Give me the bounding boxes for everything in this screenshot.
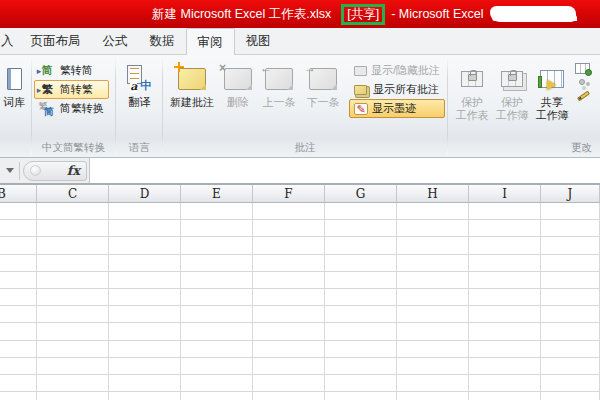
column-header-I[interactable]: I bbox=[469, 185, 541, 203]
share-workbook-button[interactable]: 共享 工作簿 bbox=[532, 58, 572, 123]
translate-button[interactable]: a中 翻译 bbox=[124, 58, 154, 110]
allow-edit-ranges-icon[interactable] bbox=[579, 79, 585, 85]
grid-cell[interactable] bbox=[253, 203, 325, 219]
grid-cell[interactable] bbox=[181, 375, 253, 391]
column-header-E[interactable]: E bbox=[181, 185, 253, 203]
grid-cell[interactable] bbox=[253, 237, 325, 253]
new-comment-button[interactable]: 新建批注 bbox=[165, 58, 219, 110]
grid-cell[interactable] bbox=[0, 375, 37, 391]
grid-cell[interactable] bbox=[469, 323, 541, 339]
trad-to-simp-button[interactable]: ▸简 繁转简 bbox=[34, 61, 109, 80]
grid-cell[interactable] bbox=[37, 272, 109, 288]
grid-cell[interactable] bbox=[181, 323, 253, 339]
grid-cell[interactable] bbox=[181, 203, 253, 219]
grid-cell[interactable] bbox=[469, 203, 541, 219]
grid-cell[interactable] bbox=[0, 306, 37, 322]
grid-cell[interactable] bbox=[541, 323, 600, 339]
grid-cell[interactable] bbox=[253, 375, 325, 391]
protect-workbook-button[interactable]: 保护 工作簿 bbox=[492, 58, 532, 123]
grid-cell[interactable] bbox=[37, 306, 109, 322]
column-header-H[interactable]: H bbox=[397, 185, 469, 203]
grid-cell[interactable] bbox=[0, 289, 37, 305]
column-header-B[interactable]: B bbox=[0, 185, 37, 203]
tab-data[interactable]: 数据 bbox=[139, 28, 186, 54]
column-header-C[interactable]: C bbox=[37, 185, 109, 203]
grid-cell[interactable] bbox=[325, 272, 397, 288]
track-changes-icon[interactable] bbox=[577, 91, 590, 102]
grid-cell[interactable] bbox=[541, 375, 600, 391]
grid-cell[interactable] bbox=[0, 392, 37, 400]
grid-cell[interactable] bbox=[37, 255, 109, 271]
grid-cell[interactable] bbox=[397, 341, 469, 357]
grid-cell[interactable] bbox=[397, 306, 469, 322]
grid-cell[interactable] bbox=[253, 289, 325, 305]
column-header-J[interactable]: J bbox=[541, 185, 600, 203]
grid-cell[interactable] bbox=[397, 323, 469, 339]
grid-cell[interactable] bbox=[325, 375, 397, 391]
grid-cell[interactable] bbox=[469, 375, 541, 391]
grid-cell[interactable] bbox=[469, 392, 541, 400]
grid-cell[interactable] bbox=[397, 392, 469, 400]
grid-cell[interactable] bbox=[325, 392, 397, 400]
grid-cell[interactable] bbox=[109, 203, 181, 219]
tab-page-layout[interactable]: 页面布局 bbox=[20, 28, 92, 54]
grid-cell[interactable] bbox=[469, 358, 541, 374]
grid-cell[interactable] bbox=[253, 272, 325, 288]
grid-cell[interactable] bbox=[109, 358, 181, 374]
column-header-D[interactable]: D bbox=[109, 185, 181, 203]
tab-view[interactable]: 视图 bbox=[235, 28, 282, 54]
grid-cell[interactable] bbox=[109, 255, 181, 271]
grid-cell[interactable] bbox=[37, 392, 109, 400]
tab-insert-partial[interactable]: 入 bbox=[0, 28, 20, 54]
column-header-G[interactable]: G bbox=[325, 185, 397, 203]
grid-cell[interactable] bbox=[325, 323, 397, 339]
grid-cell[interactable] bbox=[325, 358, 397, 374]
grid-cell[interactable] bbox=[397, 289, 469, 305]
grid-cell[interactable] bbox=[469, 341, 541, 357]
grid-cell[interactable] bbox=[541, 289, 600, 305]
grid-cell[interactable] bbox=[397, 203, 469, 219]
grid-cell[interactable] bbox=[181, 289, 253, 305]
grid-cell[interactable] bbox=[253, 358, 325, 374]
grid-cell[interactable] bbox=[325, 255, 397, 271]
tab-formulas[interactable]: 公式 bbox=[92, 28, 139, 54]
grid-cell[interactable] bbox=[37, 375, 109, 391]
grid-cell[interactable] bbox=[253, 392, 325, 400]
name-box-dropdown-icon[interactable] bbox=[6, 168, 14, 173]
grid-cell[interactable] bbox=[0, 323, 37, 339]
grid-cell[interactable] bbox=[37, 323, 109, 339]
grid-cell[interactable] bbox=[541, 272, 600, 288]
grid-cell[interactable] bbox=[37, 220, 109, 236]
show-ink-button[interactable]: ✎ 显示墨迹 bbox=[349, 99, 445, 118]
grid-cell[interactable] bbox=[253, 306, 325, 322]
thesaurus-button[interactable]: 词库 bbox=[0, 58, 28, 110]
previous-comment-button[interactable]: ← 上一条 bbox=[257, 58, 301, 110]
grid-cell[interactable] bbox=[325, 306, 397, 322]
grid-cell[interactable] bbox=[0, 220, 37, 236]
grid-cell[interactable] bbox=[325, 220, 397, 236]
grid-cell[interactable] bbox=[541, 203, 600, 219]
grid-cell[interactable] bbox=[0, 358, 37, 374]
grid-cell[interactable] bbox=[253, 255, 325, 271]
grid-cell[interactable] bbox=[541, 237, 600, 253]
grid-cell[interactable] bbox=[0, 272, 37, 288]
grid-cell[interactable] bbox=[109, 237, 181, 253]
grid-cell[interactable] bbox=[541, 306, 600, 322]
grid-cell[interactable] bbox=[325, 203, 397, 219]
protect-sheet-button[interactable]: 保护 工作表 bbox=[452, 58, 492, 123]
grid-cell[interactable] bbox=[181, 341, 253, 357]
delete-comment-button[interactable]: × 删除 bbox=[219, 58, 257, 110]
grid-cell[interactable] bbox=[181, 220, 253, 236]
grid-cell[interactable] bbox=[181, 358, 253, 374]
next-comment-button[interactable]: → 下一条 bbox=[301, 58, 345, 110]
grid-cell[interactable] bbox=[325, 289, 397, 305]
column-header-F[interactable]: F bbox=[253, 185, 325, 203]
grid-cell[interactable] bbox=[469, 306, 541, 322]
grid-cell[interactable] bbox=[109, 341, 181, 357]
grid-cell[interactable] bbox=[397, 220, 469, 236]
grid-cell[interactable] bbox=[541, 341, 600, 357]
grid-cell[interactable] bbox=[253, 220, 325, 236]
grid-cell[interactable] bbox=[109, 392, 181, 400]
grid-cell[interactable] bbox=[469, 237, 541, 253]
grid-cell[interactable] bbox=[469, 220, 541, 236]
